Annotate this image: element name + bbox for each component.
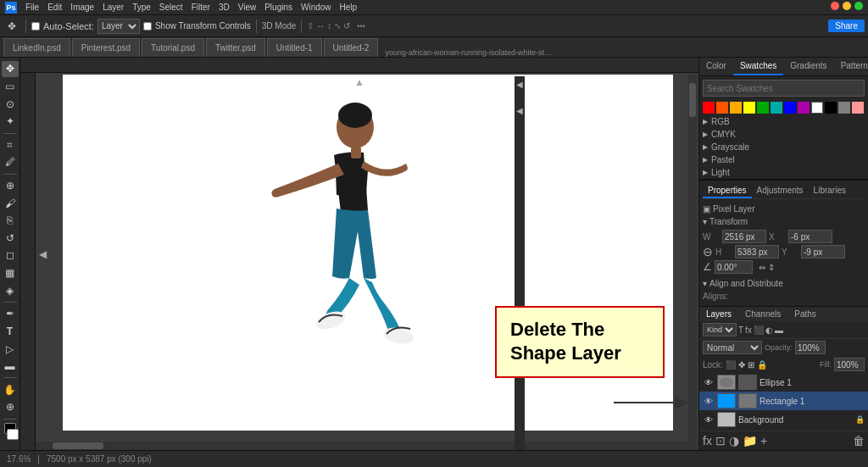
tab-paths[interactable]: Paths	[787, 307, 823, 321]
layer-vis-rect1[interactable]: 👁	[703, 395, 715, 407]
layer-delete-btn[interactable]: 🗑	[853, 434, 865, 448]
tool-text[interactable]: T	[2, 324, 19, 340]
menu-filter[interactable]: Filter	[192, 3, 210, 12]
filter-icon-type[interactable]: T	[738, 325, 743, 335]
group-rgb[interactable]: ▶ RGB	[699, 115, 868, 128]
w-input[interactable]	[722, 230, 766, 243]
tab-tutorial[interactable]: Tutorial.psd	[142, 38, 204, 57]
fill-input[interactable]	[834, 358, 865, 371]
tool-move[interactable]: ✥	[2, 61, 19, 77]
swatch-teal[interactable]	[771, 102, 782, 114]
blend-mode-select[interactable]: Normal	[703, 341, 762, 354]
lock-pos-btn[interactable]: ✥	[738, 360, 745, 370]
tab-properties[interactable]: Properties	[703, 184, 752, 198]
tab-adjustments[interactable]: Adjustments	[752, 184, 809, 198]
tab-patterns[interactable]: Patterns	[834, 58, 868, 75]
tool-lasso[interactable]: ⊙	[2, 96, 19, 112]
tab-twitter[interactable]: Twitter.psd	[206, 38, 265, 57]
tool-select[interactable]: ▭	[2, 79, 19, 95]
tab-channels[interactable]: Channels	[738, 307, 787, 321]
tool-eyedrop[interactable]: 🖉	[2, 154, 19, 170]
tool-path[interactable]: ▷	[2, 341, 19, 357]
layer-mask-btn[interactable]: ⊡	[715, 434, 726, 448]
swatch-green[interactable]	[757, 102, 769, 114]
tool-hand[interactable]: ✋	[2, 381, 19, 398]
filter-icon-fx[interactable]: fx	[745, 325, 752, 335]
tool-blur[interactable]: ◈	[2, 282, 19, 298]
menu-window[interactable]: Window	[301, 3, 331, 12]
group-grayscale[interactable]: ▶ Grayscale	[699, 141, 868, 153]
swatch-light-red[interactable]	[852, 102, 864, 114]
minimize-button[interactable]	[843, 2, 851, 10]
layer-adj-btn[interactable]: ◑	[729, 434, 739, 448]
y-input[interactable]	[801, 245, 845, 259]
lock-artb-btn[interactable]: ⊞	[748, 360, 754, 370]
layer-new-btn[interactable]: +	[760, 434, 767, 448]
align-section[interactable]: ▾ Align and Distribute	[703, 277, 865, 290]
scrollbar-thumb-h[interactable]	[53, 442, 103, 449]
layer-vis-ellipse1[interactable]: 👁	[703, 376, 715, 388]
swatch-red[interactable]	[703, 102, 715, 114]
tool-magic-wand[interactable]: ✦	[2, 114, 19, 130]
tab-swatches[interactable]: Swatches	[733, 58, 783, 75]
tool-gradient[interactable]: ▦	[2, 265, 19, 281]
layer-rectangle1[interactable]: 👁 Rectangle 1	[699, 392, 868, 410]
filter-icon-pixel[interactable]: ⬛	[754, 325, 764, 335]
menu-type[interactable]: Type	[132, 3, 151, 12]
tab-linkedin[interactable]: LinkedIn.psd	[3, 38, 70, 57]
swatch-amber[interactable]	[730, 102, 742, 114]
tool-shape[interactable]: ▬	[2, 359, 19, 375]
swatches-search[interactable]	[703, 80, 865, 97]
swatch-purple[interactable]	[798, 102, 810, 114]
show-transform-checkbox[interactable]	[143, 22, 152, 31]
layer-type-select[interactable]: Layer	[97, 19, 140, 34]
layer-background[interactable]: 👁 Background 🔒	[699, 410, 868, 429]
tool-bg-color[interactable]	[7, 429, 19, 440]
menu-view[interactable]: View	[238, 3, 257, 12]
tool-eraser[interactable]: ◻	[2, 247, 19, 264]
opacity-input[interactable]	[795, 341, 826, 354]
collapse-arrow-bottom[interactable]: ◀	[516, 106, 523, 115]
tool-zoom[interactable]: ⊕	[2, 399, 19, 415]
swatch-blue[interactable]	[784, 102, 796, 114]
tab-layers[interactable]: Layers	[699, 307, 738, 321]
swatch-gray[interactable]	[838, 102, 850, 114]
menu-help[interactable]: Help	[340, 3, 358, 12]
menu-layer[interactable]: Layer	[103, 3, 124, 12]
close-button[interactable]	[831, 2, 839, 10]
layer-fx-btn[interactable]: fx	[703, 434, 712, 448]
scrollbar-thumb-v[interactable]	[689, 83, 696, 117]
menu-image[interactable]: Image	[70, 3, 94, 12]
canvas-area[interactable]: Delete The Shape Layer ◀ ▲ ◀ ◀	[20, 58, 698, 450]
x-input[interactable]	[788, 230, 832, 243]
tool-heal[interactable]: ⊕	[2, 178, 19, 194]
tab-untitled2[interactable]: Untitled-2	[324, 38, 379, 57]
layer-ellipse1[interactable]: 👁 Ellipse 1	[699, 373, 868, 392]
group-cmyk[interactable]: ▶ CMYK	[699, 128, 868, 141]
menu-plugins[interactable]: Plugins	[264, 3, 292, 12]
transform-section[interactable]: ▾ Transform	[703, 215, 865, 228]
tool-crop[interactable]: ⌗	[2, 136, 19, 153]
canvas-scroll-up[interactable]: ▲	[354, 76, 364, 88]
angle-input[interactable]	[715, 260, 753, 274]
collapse-arrow-top[interactable]: ◀	[516, 80, 523, 89]
tab-color[interactable]: Color	[699, 58, 733, 75]
tool-pen[interactable]: ✒	[2, 306, 19, 322]
canvas-scrollbar-v[interactable]	[688, 75, 697, 450]
swatch-white[interactable]	[811, 102, 823, 114]
tab-gradients[interactable]: Gradients	[783, 58, 833, 75]
toolbar-move-icon[interactable]: ✥	[3, 18, 20, 35]
layer-group-btn[interactable]: 📁	[743, 434, 757, 448]
h-input[interactable]	[735, 245, 779, 259]
lock-all-btn[interactable]: 🔒	[757, 360, 767, 370]
more-options[interactable]: •••	[357, 22, 364, 31]
swatch-orange[interactable]	[716, 102, 728, 114]
swatch-yellow[interactable]	[743, 102, 755, 114]
layer-vis-bg[interactable]: 👁	[703, 414, 715, 425]
filter-icon-shape[interactable]: ▬	[775, 325, 783, 335]
menu-file[interactable]: File	[25, 3, 39, 12]
tool-brush[interactable]: 🖌	[2, 195, 19, 211]
kind-filter[interactable]: Kind	[703, 323, 737, 336]
filter-icon-adj[interactable]: ◐	[765, 325, 773, 335]
auto-select-checkbox[interactable]	[31, 22, 40, 31]
